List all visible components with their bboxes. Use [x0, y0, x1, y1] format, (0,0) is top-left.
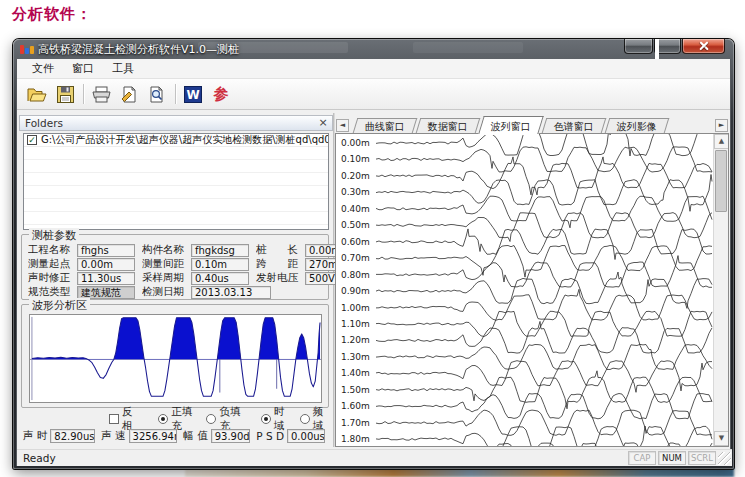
- param-field[interactable]: 0.40us: [191, 272, 249, 285]
- export-word-button[interactable]: W: [181, 82, 205, 106]
- tab-label: 波列影像: [608, 119, 666, 134]
- param-label: 桩 长: [256, 243, 305, 257]
- fill-negative-radio[interactable]: [206, 414, 216, 424]
- param-label: 构件名称: [142, 243, 191, 257]
- freq-domain-radio[interactable]: [300, 414, 310, 424]
- param-field[interactable]: fhghs: [77, 244, 135, 257]
- depth-label: 0.50m: [341, 220, 373, 230]
- tab-scroll-right-icon[interactable]: ►: [715, 119, 728, 132]
- wave-train-panel[interactable]: 1.80m1.70m1.60m1.50m1.40m1.30m1.20m1.10m…: [335, 133, 729, 447]
- wave-train-traces: [374, 134, 713, 446]
- waveform-analysis-title: 波形分析区: [29, 298, 90, 313]
- glass-reflection: [198, 42, 348, 53]
- save-button[interactable]: [53, 82, 77, 106]
- waveform-plot[interactable]: [29, 314, 322, 403]
- menu-item-0[interactable]: 文件: [23, 59, 63, 78]
- trace: [376, 213, 712, 242]
- reading-field[interactable]: 93.90dB: [211, 429, 251, 443]
- status-bar: Ready CAPNUMSCRL: [17, 449, 732, 466]
- empty-list-row: [24, 160, 328, 173]
- trace: [376, 344, 712, 369]
- param-field[interactable]: 11.30us: [77, 272, 135, 285]
- toolbar-separator: [83, 84, 84, 104]
- open-file-button[interactable]: [25, 82, 49, 106]
- tab-1[interactable]: 数据窗口: [416, 118, 481, 133]
- print-setup-button[interactable]: [117, 82, 141, 106]
- depth-label: 0.40m: [341, 204, 373, 214]
- tab-scroll-left-icon[interactable]: ◄: [336, 119, 349, 132]
- waveform-analysis-group: 波形分析区: [21, 304, 329, 408]
- trace: [376, 196, 712, 228]
- word-icon: W: [184, 86, 202, 103]
- toolbar-separator: [175, 84, 176, 104]
- invert-checkbox[interactable]: [109, 414, 119, 424]
- param-label: 测量间距: [142, 257, 191, 271]
- scroll-up-icon[interactable]: ▲: [714, 134, 729, 149]
- param-row: 声时修正11.30us采样周期0.40us发射电压500V: [28, 271, 366, 285]
- tab-4[interactable]: 波列影像: [605, 118, 670, 133]
- maximize-button[interactable]: [654, 39, 681, 54]
- tab-label: 曲线窗口: [356, 119, 414, 134]
- param-field[interactable]: 2013.03.13: [191, 286, 271, 299]
- menu-item-2[interactable]: 工具: [103, 59, 143, 78]
- param-label: 规范类型: [28, 285, 77, 299]
- fill-positive-radio[interactable]: [158, 414, 168, 424]
- printer-icon: [91, 85, 112, 104]
- reading-field[interactable]: 82.90us: [50, 429, 95, 443]
- trace: [376, 256, 712, 288]
- reading-label: 幅 值: [183, 429, 207, 443]
- reading-label: 声 时: [23, 429, 47, 443]
- folders-pane-header[interactable]: Folders ×: [19, 115, 333, 131]
- trace: [376, 147, 712, 172]
- tab-0[interactable]: 曲线窗口: [353, 118, 418, 133]
- trace: [376, 410, 712, 435]
- status-indicator-scrl: SCRL: [688, 451, 716, 465]
- param-field[interactable]: 建筑规范: [77, 286, 135, 299]
- item-checkbox[interactable]: ✓: [27, 135, 37, 145]
- pile-params-title: 测桩参数: [29, 228, 79, 243]
- trace: [376, 443, 712, 446]
- maximize-icon: [655, 39, 659, 59]
- reading-label: P S D: [256, 430, 284, 442]
- parameters-button[interactable]: 参: [209, 82, 233, 106]
- title-bar[interactable]: 高铁桥梁混凝土检测分析软件V1.0—测桩: [13, 39, 734, 59]
- tab-2[interactable]: 波列窗口: [478, 116, 544, 134]
- page-magnifier-icon: [147, 85, 167, 104]
- depth-label: 1.80m: [341, 434, 373, 444]
- scroll-down-icon[interactable]: ▼: [714, 431, 729, 446]
- depth-label: 1.60m: [341, 401, 373, 411]
- close-button[interactable]: [682, 39, 725, 54]
- print-button[interactable]: [89, 82, 113, 106]
- save-floppy-icon: [56, 85, 75, 104]
- vertical-scrollbar[interactable]: ▲ ▼: [713, 134, 728, 446]
- resize-grip[interactable]: [718, 452, 731, 465]
- menu-item-1[interactable]: 窗口: [63, 59, 103, 78]
- depth-label: 1.00m: [341, 303, 373, 313]
- param-field[interactable]: fhgkdsg: [191, 244, 249, 257]
- reading-field[interactable]: 3256.94m/s: [129, 429, 178, 443]
- param-field[interactable]: 0.10m: [191, 258, 249, 271]
- folder-list-item[interactable]: ✓G:\公司产品设计开发\超声仪器\超声仪实地检测数据\测桩qd\qd03\qd…: [24, 134, 328, 147]
- reading-field[interactable]: 0.00us^2/m: [287, 429, 325, 443]
- depth-label: 1.50m: [341, 385, 373, 395]
- depth-label: 1.70m: [341, 418, 373, 428]
- status-indicator-num: NUM: [658, 451, 686, 465]
- app-window: 高铁桥梁混凝土检测分析软件V1.0—测桩 文件窗口工具: [13, 39, 734, 469]
- pane-close-icon[interactable]: ×: [317, 116, 329, 130]
- folders-list[interactable]: ✓G:\公司产品设计开发\超声仪器\超声仪实地检测数据\测桩qd\qd03\qd…: [23, 133, 329, 230]
- empty-list-row: [24, 173, 328, 186]
- tab-3[interactable]: 色谱窗口: [542, 118, 607, 133]
- app-icon: [20, 44, 33, 55]
- display-controls: 反相 正填充 负填充 时域 频域: [23, 412, 331, 426]
- param-label: 检测日期: [142, 285, 191, 299]
- depth-label: 1.40m: [341, 368, 373, 378]
- empty-list-row: [24, 147, 328, 160]
- depth-label: 0.80m: [341, 270, 373, 280]
- param-field[interactable]: 0.00m: [77, 258, 135, 271]
- minimize-button[interactable]: [624, 39, 653, 54]
- print-preview-button[interactable]: [145, 82, 169, 106]
- page-tool-icon: [119, 85, 139, 104]
- trace: [376, 361, 712, 393]
- scrollbar-thumb[interactable]: [715, 150, 727, 212]
- time-domain-radio[interactable]: [261, 414, 271, 424]
